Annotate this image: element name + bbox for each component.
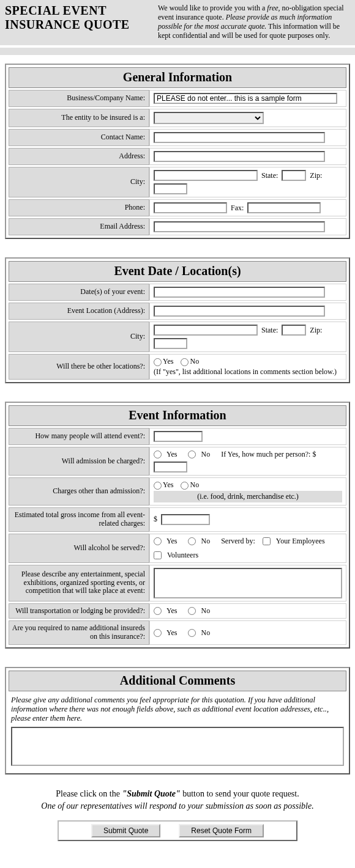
- label-entity-type: The entity to be insured is a:: [9, 109, 149, 127]
- select-entity-type[interactable]: [154, 112, 264, 124]
- input-zip[interactable]: [154, 183, 187, 194]
- label-zip: Zip:: [310, 171, 322, 180]
- label-other-locations: Will there be other locations?:: [9, 354, 149, 380]
- textarea-describe-event[interactable]: [154, 568, 342, 598]
- label-business-name: Business/Company Name:: [9, 90, 149, 107]
- label-transport-lodging: Will transportation or lodging be provid…: [9, 603, 149, 619]
- label-admission-amount: If Yes, how much per person?: $: [221, 450, 316, 459]
- label-phone: Phone:: [9, 199, 149, 216]
- hint-other-charges: (i.e. food, drink, merchandise etc.): [154, 491, 342, 502]
- input-event-city[interactable]: [154, 325, 258, 336]
- header-divider: [0, 48, 355, 55]
- radio-transport-yes[interactable]: [154, 607, 162, 615]
- comments-instructions: Please give any additional comments you …: [9, 693, 346, 727]
- radio-admission-no[interactable]: [188, 451, 196, 458]
- label-contact-name: Contact Name:: [9, 129, 149, 146]
- input-event-location[interactable]: [154, 306, 325, 317]
- checkbox-your-employees[interactable]: [263, 537, 271, 545]
- page-description: We would like to provide you with a free…: [158, 4, 349, 40]
- radio-other-charges-no[interactable]: [181, 482, 189, 490]
- label-gross-income: Estimated total gross income from all ev…: [9, 507, 149, 532]
- label-event-city: City:: [9, 322, 149, 352]
- input-gross-income[interactable]: [161, 514, 210, 525]
- section-event-info: Event Information How many people will a…: [5, 402, 350, 649]
- input-attendance[interactable]: [154, 431, 203, 442]
- button-bar: Submit Quote Reset Quote Form: [58, 820, 297, 841]
- label-attendance: How many people will attend event?:: [9, 428, 149, 445]
- input-fax[interactable]: [247, 202, 321, 213]
- radio-additional-insureds-yes[interactable]: [154, 629, 162, 637]
- page-header: SPECIAL EVENT INSURANCE QUOTE We would l…: [0, 0, 355, 45]
- hint-other-locations: (If "yes", list additional locations in …: [154, 367, 342, 377]
- radio-transport-no[interactable]: [188, 607, 196, 615]
- section-title-event-info: Event Information: [9, 405, 346, 426]
- section-event-location: Event Date / Location(s) Date(s) of your…: [5, 257, 350, 383]
- radio-alcohol-no[interactable]: [188, 537, 196, 545]
- label-event-state: State:: [261, 326, 278, 335]
- input-email[interactable]: [154, 221, 325, 232]
- label-admission: Will admission be charged?:: [9, 447, 149, 476]
- radio-other-charges-yes[interactable]: [154, 482, 162, 490]
- radio-admission-yes[interactable]: [154, 451, 162, 458]
- label-additional-insureds: Are you required to name additional insu…: [9, 620, 149, 645]
- label-address: Address:: [9, 148, 149, 165]
- section-general: General Information Business/Company Nam…: [5, 64, 350, 239]
- section-title-general: General Information: [9, 67, 346, 88]
- label-event-date: Date(s) of your event:: [9, 284, 149, 301]
- label-event-zip: Zip:: [310, 326, 322, 335]
- section-title-comments: Additional Comments: [9, 671, 346, 691]
- label-fax: Fax:: [231, 204, 244, 213]
- radio-other-locations-yes[interactable]: [154, 358, 162, 366]
- label-city: City:: [9, 167, 149, 197]
- input-state[interactable]: [282, 170, 306, 181]
- submit-quote-button[interactable]: Submit Quote: [91, 824, 160, 837]
- section-title-event-location: Event Date / Location(s): [9, 261, 346, 282]
- input-city[interactable]: [154, 170, 258, 181]
- submit-instructions: Please click on the "Submit Quote" butto…: [6, 788, 349, 812]
- radio-other-locations-no[interactable]: [181, 358, 189, 366]
- radio-alcohol-yes[interactable]: [154, 537, 162, 545]
- input-event-zip[interactable]: [154, 338, 187, 349]
- label-event-location: Event Location (Address):: [9, 303, 149, 320]
- input-admission-amount[interactable]: [154, 462, 187, 473]
- input-event-state[interactable]: [282, 325, 306, 336]
- input-phone[interactable]: [154, 202, 227, 213]
- page-title: SPECIAL EVENT INSURANCE QUOTE: [5, 4, 146, 32]
- textarea-comments[interactable]: [11, 727, 344, 766]
- input-contact-name[interactable]: [154, 132, 325, 143]
- label-email: Email Address:: [9, 218, 149, 235]
- checkbox-volunteers[interactable]: [154, 551, 162, 559]
- input-event-date[interactable]: [154, 287, 325, 298]
- input-business-name[interactable]: [154, 93, 337, 104]
- input-address[interactable]: [154, 151, 325, 162]
- reset-quote-button[interactable]: Reset Quote Form: [179, 824, 264, 837]
- label-describe-event: Please describe any entertainment, speci…: [9, 565, 149, 601]
- section-comments: Additional Comments Please give any addi…: [5, 667, 350, 774]
- label-other-charges: Charges other than admission?:: [9, 477, 149, 506]
- label-alcohol: Will alcohol be served?:: [9, 534, 149, 563]
- label-served-by: Serverd by:: [221, 537, 255, 546]
- radio-additional-insureds-no[interactable]: [188, 629, 196, 637]
- label-state: State:: [261, 171, 278, 180]
